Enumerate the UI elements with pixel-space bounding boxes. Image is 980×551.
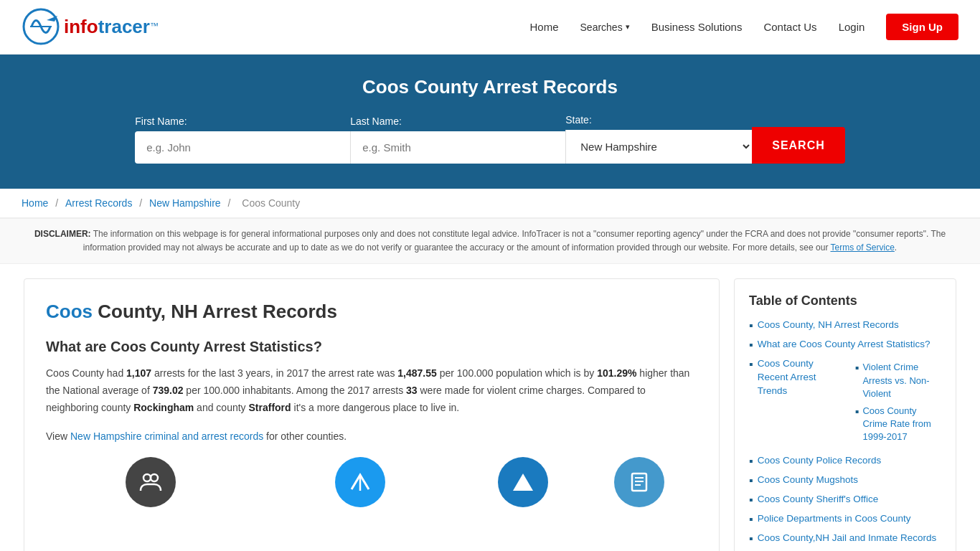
toc-link[interactable]: Coos County Police Records [758,454,882,468]
up-triangle-icon [498,457,548,507]
breadcrumb-arrest-records[interactable]: Arrest Records [65,197,132,209]
logo-info: info [64,16,98,37]
toc-item: ▪Police Departments in Coos County [749,512,941,526]
last-name-input[interactable] [350,131,565,164]
disclaimer-label: DISCLAIMER: [34,229,91,239]
article-title-highlight: Coos [46,301,93,322]
nav-business-solutions[interactable]: Business Solutions [651,21,743,33]
state-group: State: AlabamaAlaskaArizonaArkansasCalif… [565,114,752,164]
sidebar: Table of Contents ▪Coos County, NH Arres… [734,278,956,551]
toc-item: ▪Coos County,NH Jail and Inmate Records [749,532,941,545]
toc-item: ▪Coos County Mugshots [749,474,941,487]
toc-heading: Table of Contents [749,293,941,309]
site-header: infotracer™ Home Searches ▾ Business Sol… [0,0,980,55]
chevron-down-icon: ▾ [626,22,630,32]
toc-bullet: ▪ [749,339,753,352]
breadcrumb: Home / Arrest Records / New Hampshire / … [0,189,980,218]
toc-sub-item: ▪Violent Crime Arrests vs. Non-Violent [855,361,941,400]
toc-item: ▪Coos County Recent Arrest Trends▪Violen… [749,357,941,448]
disclaimer-text: The information on this webpage is for g… [83,229,946,253]
arrest-rate: 1,487.55 [397,367,437,379]
breadcrumb-sep1: / [55,197,61,209]
first-name-label: First Name: [135,116,187,127]
breadcrumb-home[interactable]: Home [22,197,48,209]
icons-row [46,457,697,507]
breadcrumb-sep2: / [139,197,145,209]
logo[interactable]: infotracer™ [22,7,159,47]
toc-link[interactable]: What are Coos County Arrest Statistics? [758,338,930,352]
toc-sub-link[interactable]: Violent Crime Arrests vs. Non-Violent [862,361,941,400]
county1-name: Rockingham [133,402,194,413]
terms-of-service-link[interactable]: Terms of Service [831,242,895,253]
main-content: Coos County, NH Arrest Records What are … [9,264,971,551]
svg-point-2 [143,474,151,481]
arrest-pct: 101.29% [597,367,636,379]
county2-name: Strafford [249,402,291,413]
icon-box-2 [288,457,432,507]
state-select[interactable]: AlabamaAlaskaArizonaArkansasCaliforniaCo… [565,130,752,164]
state-label: State: [565,114,592,126]
nh-records-link[interactable]: New Hampshire criminal and arrest record… [70,430,263,442]
icon-box-1 [79,457,222,507]
article-section: Coos County, NH Arrest Records What are … [24,278,720,551]
toc-link[interactable]: Police Departments in Coos County [758,512,911,526]
toc-item: ▪Coos County, NH Arrest Records [749,319,941,332]
toc-item: ▪Coos County Sheriff's Office [749,493,941,507]
people-icon [126,457,176,507]
toc-item: ▪Coos County Police Records [749,454,941,468]
toc-bullet: ▪ [749,319,753,332]
svg-marker-5 [513,474,533,491]
violent-count: 33 [406,385,418,396]
toc-bullet: ▪ [749,513,753,526]
toc-link[interactable]: Coos County Sheriff's Office [758,493,879,507]
page-title: Coos County Arrest Records [14,76,966,98]
signup-button[interactable]: Sign Up [886,14,958,40]
national-avg: 739.02 [153,385,184,396]
logo-tm: ™ [150,21,159,31]
toc-item: ▪What are Coos County Arrest Statistics? [749,338,941,352]
nav-contact-us[interactable]: Contact Us [763,21,816,33]
toc-list: ▪Coos County, NH Arrest Records▪What are… [749,319,941,551]
toc-sub-item: ▪Coos County Crime Rate from 1999-2017 [855,405,941,444]
section1-heading: What are Coos County Arrest Statistics? [46,339,697,355]
arrow-up-icon [335,457,385,507]
toc-bullet: ▪ [749,358,753,371]
last-name-group: Last Name: [350,116,565,164]
toc-bullet: ▪ [749,474,753,487]
arrests-count: 1,107 [126,367,151,379]
disclaimer-section: DISCLAIMER: The information on this webp… [0,218,980,264]
nav-home[interactable]: Home [530,21,559,33]
svg-point-3 [151,474,158,481]
section1-paragraph1: Coos County had 1,107 arrests for the la… [46,365,697,416]
section1-paragraph2: View New Hampshire criminal and arrest r… [46,428,697,446]
nav-searches[interactable]: Searches ▾ [580,22,630,33]
first-name-input[interactable] [135,131,350,164]
article-title: Coos County, NH Arrest Records [46,301,697,323]
search-button[interactable]: SEARCH [752,127,845,164]
pencil-icon [614,457,664,507]
breadcrumb-coos-county: Coos County [242,197,300,209]
toc-link[interactable]: Coos County Recent Arrest Trends [758,357,829,398]
breadcrumb-new-hampshire[interactable]: New Hampshire [149,197,221,209]
hero-section: Coos County Arrest Records First Name: L… [0,55,980,189]
toc-link[interactable]: Coos County Mugshots [758,474,858,487]
article-title-rest: County, NH Arrest Records [93,301,337,322]
toc-link[interactable]: Coos County,NH Jail and Inmate Records [758,532,937,545]
disclaimer-period: . [895,242,897,253]
toc-sub-bullet: ▪ [855,405,859,418]
toc-link[interactable]: Coos County, NH Arrest Records [758,319,899,332]
toc-box: Table of Contents ▪Coos County, NH Arres… [734,278,956,551]
main-nav: Home Searches ▾ Business Solutions Conta… [530,14,959,40]
toc-bullet: ▪ [749,494,753,507]
toc-bullet: ▪ [749,455,753,468]
logo-tracer: tracer [98,16,150,37]
breadcrumb-sep3: / [228,197,234,209]
nav-login[interactable]: Login [839,21,865,33]
first-name-group: First Name: [135,116,350,164]
search-form: First Name: Last Name: State: AlabamaAla… [95,114,885,164]
toc-sub-link[interactable]: Coos County Crime Rate from 1999-2017 [862,405,941,444]
toc-sub-bullet: ▪ [855,362,859,375]
toc-bullet: ▪ [749,532,753,545]
last-name-label: Last Name: [350,116,402,127]
